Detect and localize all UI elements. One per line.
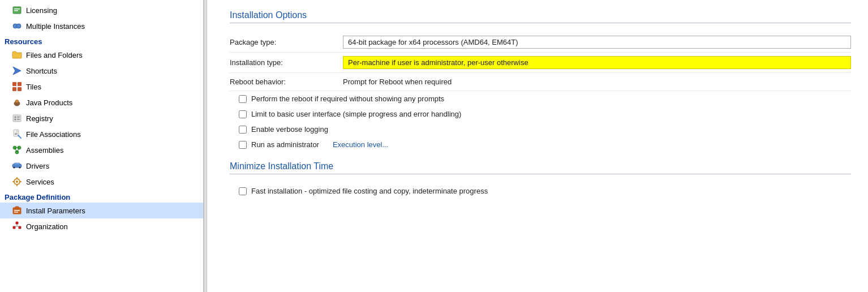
svg-rect-42: [19, 226, 21, 229]
verbose-logging-row: Enable verbose logging: [230, 122, 851, 137]
sidebar-item-shortcuts[interactable]: Shortcuts: [0, 63, 203, 79]
sidebar-item-java-products[interactable]: Java Products: [0, 95, 203, 110]
fast-install-row: Fast installation - optimized file costi…: [230, 183, 851, 199]
reboot-no-prompt-checkbox[interactable]: [239, 95, 247, 103]
java-icon: [11, 97, 23, 108]
svg-rect-2: [14, 10, 18, 11]
svg-rect-8: [12, 87, 16, 91]
sidebar-item-assemblies[interactable]: Assemblies: [0, 142, 203, 158]
svg-rect-19: [15, 134, 17, 135]
installation-options-section: Installation Options Package type: 64-bi…: [230, 10, 851, 152]
installation-type-value: Per-machine if user is administrator, pe…: [343, 56, 851, 69]
sidebar-label-multiple-instances: Multiple Instances: [26, 22, 85, 31]
run-as-admin-label: Run as administrator: [251, 140, 319, 149]
minimize-installation-section: Minimize Installation Time Fast installa…: [230, 161, 851, 199]
sidebar-header-package-definition: Package Definition: [0, 190, 203, 203]
svg-point-11: [15, 100, 19, 103]
sidebar-label-drivers: Drivers: [26, 162, 49, 170]
package-type-box: 64-bit package for x64 processors (AMD64…: [343, 36, 851, 49]
svg-point-29: [19, 167, 21, 169]
package-type-value: 64-bit package for x64 processors (AMD64…: [343, 36, 851, 49]
license-icon: [11, 5, 23, 16]
sidebar-item-files-folders[interactable]: Files and Folders: [0, 47, 203, 63]
sidebar-label-licensing: Licensing: [26, 6, 57, 15]
sidebar-item-organization[interactable]: Organization: [0, 218, 203, 234]
svg-marker-5: [13, 67, 21, 75]
installation-options-title: Installation Options: [230, 10, 851, 20]
sidebar-item-services[interactable]: Services: [0, 174, 203, 190]
services-icon: [11, 176, 23, 187]
shortcut-icon: [11, 65, 23, 76]
svg-rect-18: [15, 133, 18, 134]
sidebar-label-organization: Organization: [26, 222, 68, 231]
svg-rect-32: [16, 177, 18, 179]
minimize-installation-divider: [230, 174, 851, 174]
sidebar-item-tiles[interactable]: Tiles: [0, 79, 203, 95]
reboot-no-prompt-row: Perform the reboot if required without s…: [230, 91, 851, 106]
reboot-no-prompt-label: Perform the reboot if required without s…: [251, 95, 444, 103]
main-content: Installation Options Package type: 64-bi…: [207, 0, 868, 292]
svg-rect-12: [13, 115, 21, 122]
folder-icon: [11, 49, 23, 61]
svg-rect-35: [20, 181, 22, 182]
sidebar-label-tiles: Tiles: [26, 83, 41, 91]
drivers-icon: [11, 160, 23, 171]
svg-rect-9: [18, 87, 22, 91]
sidebar-label-java-products: Java Products: [26, 98, 72, 107]
svg-point-4: [16, 24, 21, 28]
package-type-label: Package type:: [230, 38, 343, 46]
fast-install-checkbox[interactable]: [239, 187, 247, 195]
sidebar-label-services: Services: [26, 178, 54, 186]
sidebar-label-registry: Registry: [26, 114, 53, 123]
svg-point-15: [15, 119, 16, 121]
installation-type-row: Installation type: Per-machine if user i…: [230, 53, 851, 73]
run-as-admin-row: Run as administrator Execution level...: [230, 137, 851, 152]
svg-rect-34: [12, 181, 14, 182]
installation-type-label: Installation type:: [230, 58, 343, 67]
svg-point-28: [14, 167, 15, 169]
execution-level-link[interactable]: Execution level...: [333, 140, 388, 149]
file-assoc-icon: [11, 128, 23, 140]
sidebar-item-licensing[interactable]: Licensing: [0, 2, 203, 18]
sidebar-header-resources: Resources: [0, 34, 203, 47]
sidebar: Licensing Multiple Instances Resources F…: [0, 0, 204, 292]
assemblies-icon: [11, 144, 23, 156]
basic-ui-row: Limit to basic user interface (simple pr…: [230, 106, 851, 122]
svg-rect-33: [16, 184, 18, 186]
sidebar-item-install-parameters[interactable]: Install Parameters: [0, 203, 203, 218]
sidebar-label-assemblies: Assemblies: [26, 146, 63, 154]
installation-type-box: Per-machine if user is administrator, pe…: [343, 56, 851, 69]
tiles-icon: [11, 81, 23, 92]
svg-point-13: [15, 117, 16, 118]
fast-install-label: Fast installation - optimized file costi…: [251, 187, 488, 195]
svg-rect-40: [16, 222, 18, 224]
organization-icon: [11, 221, 23, 232]
svg-rect-27: [14, 163, 20, 165]
svg-rect-37: [15, 207, 19, 209]
sidebar-label-shortcuts: Shortcuts: [26, 67, 57, 75]
sidebar-label-files-folders: Files and Folders: [26, 51, 83, 59]
svg-rect-6: [12, 82, 16, 86]
sidebar-item-multiple-instances[interactable]: Multiple Instances: [0, 18, 203, 34]
sidebar-label-file-associations: File Associations: [26, 130, 81, 139]
svg-rect-16: [17, 119, 20, 120]
sidebar-label-install-parameters: Install Parameters: [26, 207, 85, 215]
sidebar-item-file-associations[interactable]: File Associations: [0, 126, 203, 142]
reboot-behavior-row: Reboot behavior: Prompt for Reboot when …: [230, 73, 851, 91]
reboot-behavior-label: Reboot behavior:: [230, 78, 343, 86]
sidebar-item-drivers[interactable]: Drivers: [0, 158, 203, 174]
run-as-admin-checkbox[interactable]: [239, 141, 247, 149]
svg-rect-1: [14, 8, 20, 10]
svg-point-31: [16, 181, 18, 183]
reboot-behavior-value: Prompt for Reboot when required: [343, 78, 851, 86]
verbose-logging-checkbox[interactable]: [239, 126, 247, 134]
svg-rect-39: [14, 212, 18, 213]
package-type-row: Package type: 64-bit package for x64 pro…: [230, 32, 851, 53]
svg-rect-14: [17, 117, 20, 118]
basic-ui-checkbox[interactable]: [239, 110, 247, 118]
install-params-icon: [11, 205, 23, 216]
svg-rect-38: [14, 210, 20, 211]
sidebar-item-registry[interactable]: Registry: [0, 110, 203, 126]
instances-icon: [11, 20, 23, 32]
minimize-installation-title: Minimize Installation Time: [230, 161, 851, 171]
